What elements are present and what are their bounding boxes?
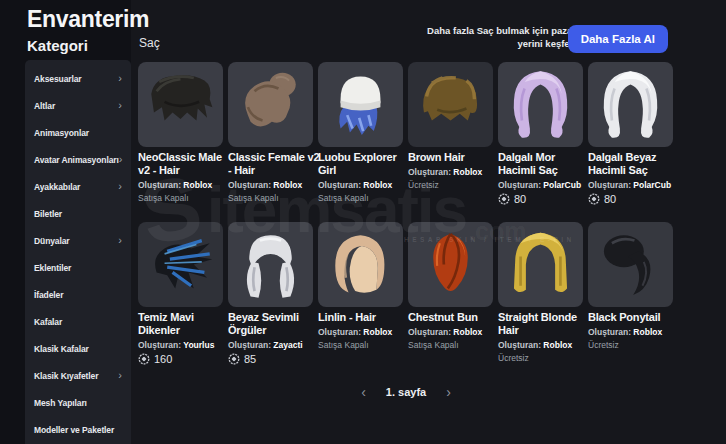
sidebar-item-label: Modeller ve Paketler — [34, 425, 114, 435]
item-thumbnail[interactable] — [228, 222, 313, 307]
page-title: Envanterim — [27, 6, 149, 33]
creator-name[interactable]: Zayacti — [273, 340, 302, 350]
sidebar-item[interactable]: Kafalar › — [25, 308, 131, 335]
sidebar-item[interactable]: İfadeler › — [25, 281, 131, 308]
sidebar-item[interactable]: Aksesuarlar › — [25, 65, 131, 92]
item-card[interactable]: Beyaz Sevimli Örgüler Oluşturan: Zayacti… — [228, 222, 313, 369]
item-creator: Oluşturan: Yourlus — [138, 340, 234, 350]
item-card[interactable]: Chestnut Bun Oluşturan: Roblox Satışa Ka… — [408, 222, 493, 369]
next-page-icon[interactable]: › — [446, 385, 451, 399]
item-title[interactable]: Dalgalı Beyaz Hacimli Saç — [588, 151, 684, 177]
item-thumbnail[interactable] — [318, 62, 403, 147]
item-thumbnail[interactable] — [408, 62, 493, 147]
item-card[interactable]: Brown Hair Oluşturan: Roblox Ücretsiz — [408, 62, 493, 209]
item-thumbnail[interactable] — [588, 62, 673, 147]
item-title[interactable]: Luobu Explorer Girl — [318, 151, 414, 177]
sidebar-item[interactable]: Biletler › — [25, 200, 131, 227]
item-title[interactable]: Linlin - Hair — [318, 311, 414, 324]
promo-line1: Daha fazla Saç bulmak için pazar — [427, 25, 576, 36]
sidebar-item[interactable]: Animasyonlar › — [25, 119, 131, 146]
sidebar-item[interactable]: Ayakkabılar › — [25, 173, 131, 200]
sidebar-item-label: Biletler — [34, 209, 62, 219]
item-card[interactable]: Dalgalı Mor Hacimli Saç Oluşturan: Polar… — [498, 62, 583, 209]
creator-name[interactable]: Roblox — [363, 180, 392, 190]
sidebar-item[interactable]: Klasik Kıyafetler › — [25, 362, 131, 389]
creator-label: Oluşturan: — [138, 340, 181, 350]
sidebar-item[interactable]: Eklentiler › — [25, 254, 131, 281]
item-card[interactable]: NeoClassic Male v2 - Hair Oluşturan: Rob… — [138, 62, 223, 209]
creator-label: Oluşturan: — [318, 180, 361, 190]
creator-name[interactable]: Roblox — [453, 327, 482, 337]
item-thumbnail[interactable] — [408, 222, 493, 307]
item-thumbnail[interactable] — [318, 222, 403, 307]
item-title[interactable]: NeoClassic Male v2 - Hair — [138, 151, 234, 177]
item-title[interactable]: Black Ponytail — [588, 311, 684, 324]
item-creator: Oluşturan: Roblox — [228, 180, 324, 190]
sidebar-item-label: Ayakkabılar — [34, 182, 80, 192]
sidebar-item[interactable]: Mesh Yapıları › — [25, 389, 131, 416]
price-value: 80 — [604, 193, 616, 205]
item-thumbnail[interactable] — [228, 62, 313, 147]
creator-name[interactable]: Roblox — [453, 167, 482, 177]
sidebar-item[interactable]: Avatar Animasyonları › — [25, 146, 131, 173]
item-title[interactable]: Straight Blonde Hair — [498, 311, 594, 337]
item-title[interactable]: Beyaz Sevimli Örgüler — [228, 311, 324, 337]
item-thumbnail[interactable] — [138, 222, 223, 307]
item-price: 85 — [228, 353, 313, 365]
item-card[interactable]: Classic Female v2 - Hair Oluşturan: Robl… — [228, 62, 313, 209]
item-title[interactable]: Chestnut Bun — [408, 311, 504, 324]
creator-name[interactable]: Roblox — [363, 327, 392, 337]
creator-name[interactable]: Yourlus — [183, 340, 214, 350]
item-status: Ücretsiz — [588, 340, 673, 350]
item-creator: Oluşturan: PolarCub — [498, 180, 594, 190]
chevron-right-icon: › — [118, 235, 122, 246]
item-title[interactable]: Classic Female v2 - Hair — [228, 151, 324, 177]
creator-name[interactable]: PolarCub — [543, 180, 581, 190]
creator-name[interactable]: Roblox — [183, 180, 212, 190]
creator-label: Oluşturan: — [588, 180, 631, 190]
item-thumbnail[interactable] — [498, 62, 583, 147]
item-creator: Oluşturan: Roblox — [138, 180, 234, 190]
sidebar-item-label: Klasik Kafalar — [34, 344, 89, 354]
item-card[interactable]: Dalgalı Beyaz Hacimli Saç Oluşturan: Pol… — [588, 62, 673, 209]
sidebar-item[interactable]: Klasik Kafalar › — [25, 335, 131, 362]
sidebar-item[interactable]: Dünyalar › — [25, 227, 131, 254]
item-card[interactable]: Linlin - Hair Oluşturan: Roblox Satışa K… — [318, 222, 403, 369]
item-card[interactable]: Black Ponytail Oluşturan: Roblox Ücretsi… — [588, 222, 673, 369]
item-price: 160 — [138, 353, 223, 365]
section-label: Saç — [139, 36, 160, 50]
creator-label: Oluşturan: — [228, 180, 271, 190]
sidebar-item-label: Klasik Kıyafetler — [34, 371, 98, 381]
sidebar-item[interactable]: Modeller ve Paketler › — [25, 416, 131, 443]
item-status: Satışa Kapalı — [228, 193, 313, 203]
item-card[interactable]: Temiz Mavi Dikenler Oluşturan: Yourlus 1… — [138, 222, 223, 369]
sidebar-item-label: Dünyalar — [34, 236, 70, 246]
creator-name[interactable]: Roblox — [633, 327, 662, 337]
creator-name[interactable]: Roblox — [273, 180, 302, 190]
item-card[interactable]: Luobu Explorer Girl Oluşturan: Roblox Sa… — [318, 62, 403, 209]
item-title[interactable]: Brown Hair — [408, 151, 504, 164]
item-thumbnail[interactable] — [498, 222, 583, 307]
pagination: ‹ 1. sayfa › — [138, 385, 674, 399]
item-title[interactable]: Dalgalı Mor Hacimli Saç — [498, 151, 594, 177]
item-creator: Oluşturan: Roblox — [318, 327, 414, 337]
item-thumbnail[interactable] — [138, 62, 223, 147]
creator-name[interactable]: Roblox — [543, 340, 572, 350]
creator-label: Oluşturan: — [408, 327, 451, 337]
item-title[interactable]: Temiz Mavi Dikenler — [138, 311, 234, 337]
category-heading: Kategori — [27, 37, 88, 54]
price-value: 160 — [154, 353, 172, 365]
prev-page-icon[interactable]: ‹ — [361, 385, 366, 399]
creator-name[interactable]: PolarCub — [633, 180, 671, 190]
robux-icon — [138, 353, 150, 365]
sidebar-item-label: Aksesuarlar — [34, 74, 82, 84]
buy-more-button[interactable]: Daha Fazla Al — [568, 25, 668, 53]
chevron-right-icon: › — [119, 154, 123, 165]
item-creator: Oluşturan: Roblox — [318, 180, 414, 190]
item-thumbnail[interactable] — [588, 222, 673, 307]
item-price: 80 — [498, 193, 583, 205]
robux-icon — [588, 193, 600, 205]
sidebar-item[interactable]: Altlar › — [25, 92, 131, 119]
item-card[interactable]: Straight Blonde Hair Oluşturan: Roblox Ü… — [498, 222, 583, 369]
price-value: 80 — [514, 193, 526, 205]
